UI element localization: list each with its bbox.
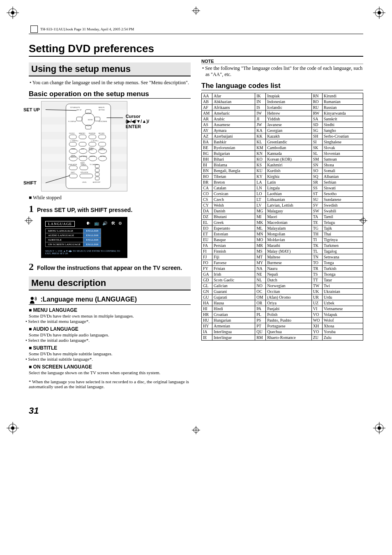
registration-mark-icon [373, 422, 385, 434]
lang-code: BN [202, 168, 212, 174]
lang-code: VO [311, 312, 322, 318]
lang-name: Danish [212, 208, 255, 214]
lang-code: IS [255, 105, 266, 111]
lang-code: HI [202, 306, 212, 312]
lang-name: Samoan [322, 157, 363, 162]
lang-name: Kirghiz [266, 174, 311, 180]
lang-code: BI [202, 162, 212, 168]
remote-label-enter: ENTER [126, 124, 141, 129]
lang-code: GU [202, 295, 212, 300]
lang-name: Tajik [322, 226, 363, 231]
table-row: FOFaroeseMYBurmeseTOTonga [202, 260, 363, 266]
lang-name: Catalan [212, 185, 255, 191]
lang-name: Xhosa [322, 323, 363, 329]
remote-diagram-icon: TOP MENU/PGMENU/PL SET UPSETTING FL DISP… [42, 101, 127, 191]
lang-name: Latvian, Lettish [266, 203, 311, 208]
lang-code: GL [202, 283, 212, 289]
lang-name: Bashkir [212, 139, 255, 145]
lang-code: UR [311, 295, 322, 300]
lang-code: BE [202, 145, 212, 151]
lang-code: TI [311, 237, 322, 243]
svg-text:MENU/PL: MENU/PL [99, 107, 105, 108]
lang-name: Macedonian [266, 220, 311, 226]
lang-code: TO [311, 260, 322, 266]
lang-code: MN [255, 231, 266, 237]
lang-code: PA [255, 306, 266, 312]
lang-code: IN [255, 99, 266, 105]
lang-code: NE [255, 272, 266, 277]
lang-name: Russian [322, 105, 363, 111]
lang-code: KA [255, 128, 266, 134]
table-row: EOEsperantoMLMalayalamTGTajik [202, 226, 363, 231]
note-heading: NOTE [201, 59, 363, 64]
lang-name: Byelorussian [212, 145, 255, 151]
lang-name: Norwegian [266, 283, 311, 289]
lang-name: Lingala [266, 185, 311, 191]
lang-name: Indonesian [266, 99, 311, 105]
table-row: AYAymaraKAGeorgianSGSangho [202, 128, 363, 134]
lang-code: MT [255, 254, 266, 260]
svg-text:RETURN: RETURN [99, 133, 105, 134]
lang-name: Galician [212, 283, 255, 289]
lang-code: RM [255, 335, 266, 341]
lang-code: TG [311, 226, 322, 231]
lang-name: (Afan) Oromo [266, 295, 311, 300]
svg-text:AUX: AUX [81, 148, 85, 150]
lang-code: QU [255, 329, 266, 335]
lang-code: SL [311, 151, 322, 157]
setting-item-bullet: Select the initial menu language*. [29, 319, 191, 324]
lang-code: FJ [202, 254, 212, 260]
lang-code: SD [311, 122, 322, 128]
lang-code: GD [202, 277, 212, 283]
table-row: ETEstonianMNMongolianTHThai [202, 231, 363, 237]
setting-item: SUBTITLESome DVDs have multiple subtitle… [29, 345, 191, 362]
lang-name: Cambodian [266, 145, 311, 151]
tv-screenshot: LANGUAGE 🗣 📺 🔊 🛠 ⚙ MENU LANGUAGEENGLISH … [41, 217, 127, 258]
svg-text:TOP MENU/PG: TOP MENU/PG [70, 107, 80, 108]
lang-code: HU [202, 318, 212, 323]
lang-code: BG [202, 151, 212, 157]
lang-code: SU [311, 197, 322, 203]
remote-label-shift: SHIFT [23, 180, 37, 185]
lang-code: CY [202, 203, 212, 208]
lang-name: Burmese [266, 260, 311, 266]
lang-code: LT [255, 197, 266, 203]
lang-name: Quechua [266, 329, 311, 335]
lang-code: HA [202, 300, 212, 306]
lang-code: FI [202, 249, 212, 254]
content-columns: Using the setup menus You can change the… [29, 58, 363, 416]
lang-code: IA [202, 329, 212, 335]
registration-mark-icon [7, 7, 19, 19]
lang-code: GN [202, 289, 212, 295]
lang-code: SA [311, 116, 322, 122]
lang-code: PS [255, 318, 266, 323]
lang-name: Kurdish [266, 168, 311, 174]
lang-code: AY [202, 128, 212, 134]
lang-name: Aymara [212, 128, 255, 134]
lang-code: AZ [202, 134, 212, 139]
lang-name: Hindi [212, 306, 255, 312]
svg-text:AUDIO: AUDIO [89, 149, 93, 151]
lang-code: TL [311, 249, 322, 254]
lang-code: MY [255, 260, 266, 266]
lang-code: OR [255, 300, 266, 306]
lang-name: Serbo-Croatian [322, 134, 363, 139]
lang-code: SI [311, 139, 322, 145]
lang-code: MI [255, 214, 266, 220]
lang-code: UZ [311, 300, 322, 306]
right-column: NOTE See the following "The language cod… [201, 58, 363, 416]
basic-operation-heading: Basic operation on the setup menus [29, 90, 191, 99]
lang-code: RN [311, 93, 322, 99]
lang-name: Frisian [212, 266, 255, 272]
lang-name: Pashto, Pushto [266, 318, 311, 323]
lang-code: SK [311, 145, 322, 151]
table-row: FYFrisianNANauruTRTurkish [202, 266, 363, 272]
tv-hint: SELECT ↑↓ USE ▲▼◀▶ TO SELECT, USE ENTER … [45, 249, 123, 255]
step-1-text: Press SET UP, with SHIFT pressed. [37, 207, 132, 213]
lang-name: Tonga [322, 260, 363, 266]
lang-name: Tigrinya [322, 237, 363, 243]
language-codes-heading: The language codes list [201, 82, 363, 90]
lang-code: EL [202, 220, 212, 226]
lang-code: CO [202, 191, 212, 197]
svg-text:SHIFT: SHIFT [71, 172, 75, 173]
